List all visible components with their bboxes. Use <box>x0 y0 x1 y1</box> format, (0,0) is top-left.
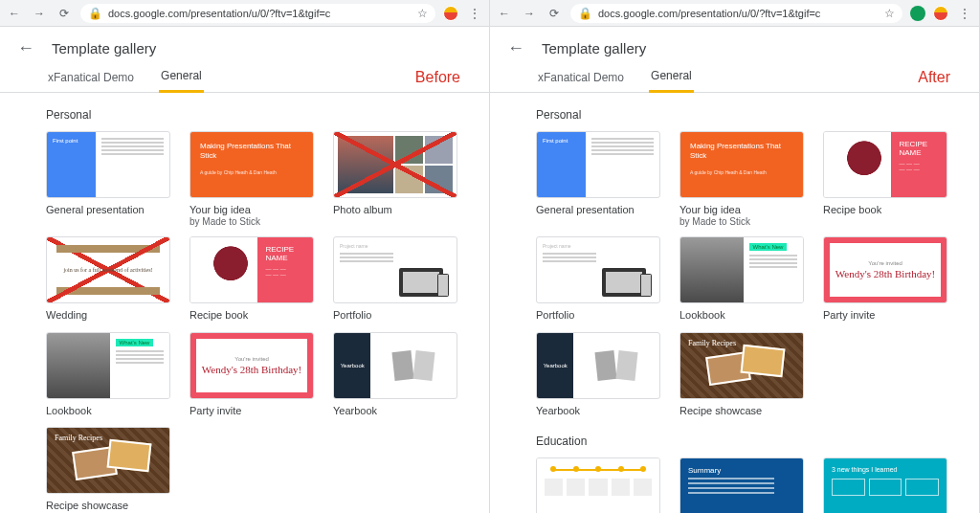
template-recipe[interactable]: RECIPE NAME— — —— — —Recipe book <box>823 131 947 227</box>
template-thumbnail[interactable]: Yearbook <box>333 332 457 399</box>
page-header: ← Template gallery <box>0 27 489 69</box>
template-thumbnail[interactable]: Family Recipes <box>679 332 804 399</box>
template-general[interactable]: First pointGeneral presentation <box>536 131 660 227</box>
template-grid-education: Summary3 new things I learned <box>536 457 952 513</box>
template-scroll-area[interactable]: Personal First pointGeneral presentation… <box>0 93 489 513</box>
template-yearbook[interactable]: YearbookYearbook <box>536 332 660 417</box>
template-thumbnail[interactable]: Summary <box>679 457 804 513</box>
template-thumbnail[interactable]: Project name <box>333 236 457 303</box>
template-edu1[interactable] <box>536 457 660 513</box>
template-subtitle: by Made to Stick <box>679 216 804 227</box>
template-wedding[interactable]: join us for a full weekend of activities… <box>46 236 170 322</box>
section-personal: Personal <box>46 108 462 122</box>
template-thumbnail[interactable]: Making Presentations That StickA guide b… <box>189 131 314 198</box>
template-name: Portfolio <box>536 308 660 322</box>
tab-general[interactable]: General <box>159 69 204 93</box>
page-title: Template gallery <box>542 40 646 56</box>
template-name: Party invite <box>189 404 314 417</box>
url-text: docs.google.com/presentation/u/0/?ftv=1&… <box>108 8 330 19</box>
lock-icon: 🔒 <box>88 7 102 20</box>
page-title: Template gallery <box>52 40 156 56</box>
extension-icon[interactable] <box>910 6 925 21</box>
back-arrow-icon[interactable]: ← <box>507 38 524 58</box>
template-thumbnail[interactable]: RECIPE NAME— — —— — — <box>823 131 947 198</box>
url-text: docs.google.com/presentation/u/0/?ftv=1&… <box>598 8 820 19</box>
template-portfolio[interactable]: Project namePortfolio <box>536 236 660 322</box>
template-lookbook[interactable]: What's NewLookbook <box>679 236 804 322</box>
template-family[interactable]: Family RecipesRecipe showcase <box>679 332 804 417</box>
back-arrow-icon[interactable]: ← <box>17 38 34 58</box>
template-name: Recipe book <box>189 308 314 322</box>
template-edu3[interactable]: 3 new things I learned <box>823 457 947 513</box>
template-family[interactable]: Family RecipesRecipe showcase <box>46 427 170 512</box>
profile-avatar[interactable] <box>933 6 948 21</box>
template-general[interactable]: First pointGeneral presentation <box>46 131 170 227</box>
template-grid: First pointGeneral presentationMaking Pr… <box>46 131 462 512</box>
template-scroll-area[interactable]: Personal First pointGeneral presentation… <box>490 93 979 513</box>
template-name: Recipe book <box>823 203 947 216</box>
template-thumbnail[interactable]: First point <box>46 131 170 198</box>
template-name: General presentation <box>536 203 660 216</box>
template-thumbnail[interactable]: First point <box>536 131 660 198</box>
template-recipe[interactable]: RECIPE NAME— — —— — —Recipe book <box>189 236 314 322</box>
template-edu2[interactable]: Summary <box>679 457 804 513</box>
template-name: Portfolio <box>333 308 457 322</box>
template-name: Photo album <box>333 203 457 216</box>
star-icon[interactable]: ☆ <box>417 7 428 20</box>
address-bar[interactable]: 🔒 docs.google.com/presentation/u/0/?ftv=… <box>80 4 435 23</box>
template-thumbnail[interactable] <box>333 131 457 198</box>
address-bar[interactable]: 🔒 docs.google.com/presentation/u/0/?ftv=… <box>570 4 902 23</box>
lock-icon: 🔒 <box>578 7 592 20</box>
tab-xfanatical-demo[interactable]: xFanatical Demo <box>536 71 626 92</box>
template-name: Your big idea <box>189 203 314 216</box>
before-label: Before <box>415 69 460 86</box>
template-lookbook[interactable]: What's NewLookbook <box>46 332 170 417</box>
after-pane: ← → ⟳ 🔒 docs.google.com/presentation/u/0… <box>490 0 980 513</box>
template-thumbnail[interactable]: 3 new things I learned <box>823 457 947 513</box>
template-thumbnail[interactable] <box>536 457 660 513</box>
page-header: ← Template gallery <box>490 27 979 69</box>
template-photo[interactable]: Photo album <box>333 131 457 227</box>
browser-forward-icon[interactable]: → <box>31 5 48 22</box>
template-name: General presentation <box>46 203 170 216</box>
browser-back-icon[interactable]: ← <box>496 5 513 22</box>
template-thumbnail[interactable]: You're invitedWendy's 28th Birthday! <box>823 236 947 303</box>
section-personal: Personal <box>536 108 952 122</box>
template-thumbnail[interactable]: join us for a full weekend of activities… <box>46 236 170 303</box>
template-name: Your big idea <box>679 203 804 216</box>
section-education: Education <box>536 435 952 448</box>
tab-general[interactable]: General <box>649 69 694 93</box>
template-thumbnail[interactable]: Family Recipes <box>46 427 170 494</box>
browser-back-icon[interactable]: ← <box>6 5 23 22</box>
template-party[interactable]: You're invitedWendy's 28th Birthday!Part… <box>823 236 947 322</box>
template-name: Party invite <box>823 308 947 322</box>
template-tabs: xFanatical Demo General Before <box>0 69 489 93</box>
template-party[interactable]: You're invitedWendy's 28th Birthday!Part… <box>189 332 314 417</box>
template-thumbnail[interactable]: Project name <box>536 236 660 303</box>
template-name: Recipe showcase <box>679 404 804 417</box>
before-pane: ← → ⟳ 🔒 docs.google.com/presentation/u/0… <box>0 0 490 513</box>
template-thumbnail[interactable]: You're invitedWendy's 28th Birthday! <box>189 332 314 399</box>
template-tabs: xFanatical Demo General After <box>490 69 979 93</box>
template-bigidea[interactable]: Making Presentations That StickA guide b… <box>189 131 314 227</box>
template-thumbnail[interactable]: What's New <box>679 236 804 303</box>
profile-avatar[interactable] <box>443 6 458 21</box>
tab-xfanatical-demo[interactable]: xFanatical Demo <box>46 71 136 92</box>
browser-toolbar: ← → ⟳ 🔒 docs.google.com/presentation/u/0… <box>490 0 979 27</box>
template-thumbnail[interactable]: What's New <box>46 332 170 399</box>
template-thumbnail[interactable]: Making Presentations That StickA guide b… <box>679 131 804 198</box>
browser-forward-icon[interactable]: → <box>521 5 538 22</box>
template-thumbnail[interactable]: RECIPE NAME— — —— — — <box>189 236 314 303</box>
browser-reload-icon[interactable]: ⟳ <box>546 5 563 22</box>
browser-reload-icon[interactable]: ⟳ <box>56 5 73 22</box>
browser-menu-icon[interactable]: ⋮ <box>466 5 483 22</box>
star-icon[interactable]: ☆ <box>884 7 895 20</box>
after-label: After <box>918 69 950 86</box>
template-yearbook[interactable]: YearbookYearbook <box>333 332 457 417</box>
template-portfolio[interactable]: Project namePortfolio <box>333 236 457 322</box>
template-thumbnail[interactable]: Yearbook <box>536 332 660 399</box>
browser-menu-icon[interactable]: ⋮ <box>956 5 973 22</box>
browser-toolbar: ← → ⟳ 🔒 docs.google.com/presentation/u/0… <box>0 0 489 27</box>
template-bigidea[interactable]: Making Presentations That StickA guide b… <box>679 131 804 227</box>
template-name: Wedding <box>46 308 170 322</box>
